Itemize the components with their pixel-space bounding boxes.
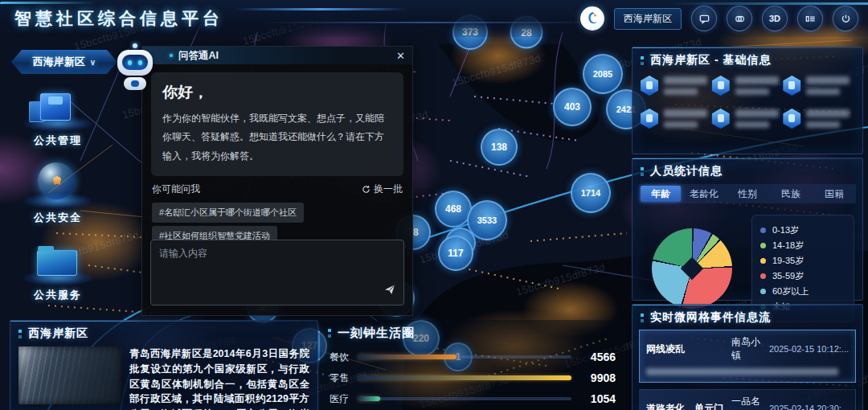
life-circle-panel: 一刻钟生活圈 餐饮 4566 零售 9908 医疗 1054 教育 487: [320, 320, 625, 410]
stat-icon: [712, 76, 730, 96]
dialog-header: 问答通AI ✕: [142, 47, 412, 64]
list-button[interactable]: [797, 6, 823, 31]
bar-value: 9908: [579, 371, 616, 384]
region-selector[interactable]: 西海岸新区 ∨: [11, 50, 117, 74]
map-bubble[interactable]: 138: [481, 129, 518, 166]
chat-input[interactable]: 请输入内容: [150, 240, 404, 305]
stat-icon: [641, 76, 658, 96]
ai-assistant-mascot[interactable]: [113, 43, 157, 95]
stat-text-redacted: [806, 109, 850, 128]
bar-fill: [358, 375, 571, 380]
dashboard: 15bccfb915df873d15bccfb915df873d15bccfb9…: [0, 0, 868, 410]
stat-icon: [783, 109, 800, 129]
legend-dot: [760, 228, 766, 233]
ai-chat-dialog: 问答通AI ✕ 你好， 作为你的智能伙伴，我既能写文案、想点子，又能陪你聊天、答…: [141, 46, 413, 316]
map-bubble[interactable]: 2085: [583, 54, 623, 94]
bar-track: [358, 397, 571, 400]
robot-eye: [138, 60, 142, 65]
legend-dot: [760, 243, 766, 248]
bar-label: 零售: [330, 371, 350, 385]
header-decor-line: [256, 22, 603, 23]
life-circle-bar-chart: 餐饮 4566 零售 9908 医疗 1054 教育 487: [320, 344, 625, 410]
event-row[interactable]: 道路老化，单元门... 一品名筑小区 2025-02-14 20:30:...: [639, 389, 856, 410]
view-3d-button[interactable]: 3D: [762, 6, 788, 31]
sidebar-item-public-security[interactable]: 公共安全: [13, 158, 103, 225]
tab-age[interactable]: 年龄: [641, 186, 681, 202]
header-bullet-icon: [641, 314, 644, 317]
refresh-suggestions-button[interactable]: 换一批: [362, 182, 403, 196]
event-place: 南岛小镇: [731, 335, 769, 363]
view-3d-label: 3D: [769, 14, 780, 23]
legend-item: 35-59岁: [760, 270, 845, 282]
platform-logo-icon: [580, 6, 604, 31]
stat-icon: [783, 76, 800, 96]
map-bubble[interactable]: 1714: [571, 173, 611, 213]
event-name: 道路老化，单元门...: [646, 402, 731, 410]
send-icon[interactable]: [383, 283, 396, 299]
map-bubble[interactable]: 403: [553, 88, 592, 126]
bar-value: 1054: [579, 392, 616, 405]
district-intro-panel: 西海岸新区 青岛西海岸新区是2014年6月3日国务院批复设立的第九个国家级新区，…: [10, 320, 318, 410]
legend-item: 0-13岁: [760, 224, 845, 236]
legend-item: 14-18岁: [760, 240, 845, 252]
sidebar-item-public-service[interactable]: 公共服务: [13, 235, 103, 302]
header-decor-line: [0, 2, 97, 4]
power-button[interactable]: [833, 6, 858, 31]
basic-info-title: 西海岸新区 - 基础信息: [650, 53, 771, 68]
bar-fill: [358, 355, 457, 359]
stat-icon: [641, 109, 658, 129]
legend-dot: [760, 273, 766, 279]
stat-text-redacted: [664, 109, 707, 128]
sidebar-item-public-management[interactable]: 公共管理: [13, 80, 103, 148]
bar-value: 4566: [579, 351, 616, 363]
stat-item: [783, 109, 854, 129]
refresh-icon: [362, 185, 371, 194]
bar-row: 医疗 1054: [330, 388, 616, 409]
map-bubble[interactable]: 117: [438, 236, 473, 271]
bar-label: 餐饮: [330, 351, 350, 364]
event-stream-title: 实时微网格事件信息流: [650, 310, 771, 325]
header-decor-line: [666, 2, 868, 5]
robot-antenna: [133, 43, 137, 48]
bar-track: [358, 376, 571, 379]
stat-text-redacted: [806, 76, 850, 95]
sidebar-item-label: 公共管理: [13, 133, 103, 148]
legend-item: 60岁以上: [760, 285, 845, 297]
tab-aging[interactable]: 老龄化: [684, 186, 724, 202]
suggestion-chip[interactable]: #名邸汇小区属于哪个街道哪个社区: [152, 203, 304, 223]
stat-text-redacted: [735, 109, 779, 128]
stat-item: [783, 76, 854, 96]
stat-icon: [712, 109, 730, 129]
stat-text-redacted: [735, 76, 779, 95]
chat-input-placeholder: 请输入内容: [159, 247, 395, 260]
panel-header: 实时微网格事件信息流: [633, 305, 862, 328]
public-security-icon: [13, 158, 103, 209]
header-decor-line: [234, 8, 408, 10]
event-row[interactable]: 网线凌乱 南岛小镇 2025-02-15 10:12:...: [639, 330, 856, 383]
legend-dot: [760, 258, 766, 264]
region-badge: 西海岸新区: [614, 8, 682, 30]
event-name: 网线凌乱: [646, 342, 731, 356]
tab-nationality[interactable]: 国籍: [814, 186, 854, 202]
ai-brain-button[interactable]: [727, 6, 752, 31]
panel-header: 人员统计信息: [633, 158, 862, 182]
legend-item: 19-35岁: [760, 255, 845, 267]
robot-belly: [131, 80, 139, 87]
legend-dot: [760, 289, 766, 294]
tab-ethnic[interactable]: 民族: [771, 186, 811, 202]
person-stats-panel: 人员统计信息 年龄 老龄化 性别 民族 国籍 0-13岁 14-18岁 19-3…: [632, 158, 863, 301]
tab-gender[interactable]: 性别: [727, 186, 768, 202]
event-list: 网线凌乱 南岛小镇 2025-02-15 10:12:... 道路老化，单元门.…: [633, 328, 862, 410]
district-description: 青岛西海岸新区是2014年6月3日国务院批复设立的第九个国家级新区，与行政区黄岛…: [129, 346, 309, 410]
district-intro-title: 西海岸新区: [28, 326, 88, 341]
sidebar-item-label: 公共服务: [13, 288, 103, 302]
message-button[interactable]: [691, 6, 717, 31]
person-stats-tabs: 年龄 老龄化 性别 民族 国籍: [639, 184, 856, 203]
age-pie-chart[interactable]: [652, 228, 732, 309]
district-photo: [18, 346, 121, 404]
close-icon[interactable]: ✕: [396, 50, 405, 62]
bar-fill: [358, 396, 380, 401]
district-intro-content: 青岛西海岸新区是2014年6月3日国务院批复设立的第九个国家级新区，与行政区黄岛…: [10, 344, 317, 410]
bar-row: 零售 9908: [330, 367, 616, 388]
panel-header: 西海岸新区 - 基础信息: [633, 47, 862, 71]
